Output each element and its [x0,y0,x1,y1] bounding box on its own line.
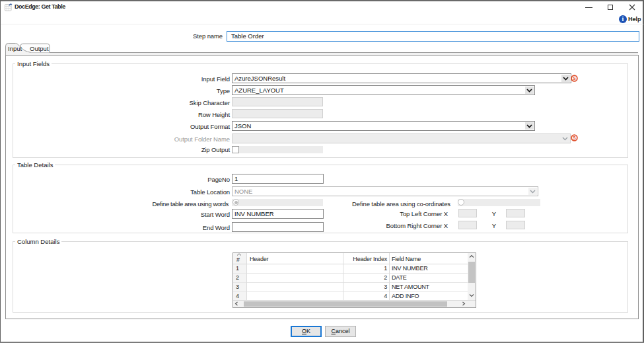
svg-text:S: S [573,135,576,140]
svg-text:S: S [573,76,576,81]
